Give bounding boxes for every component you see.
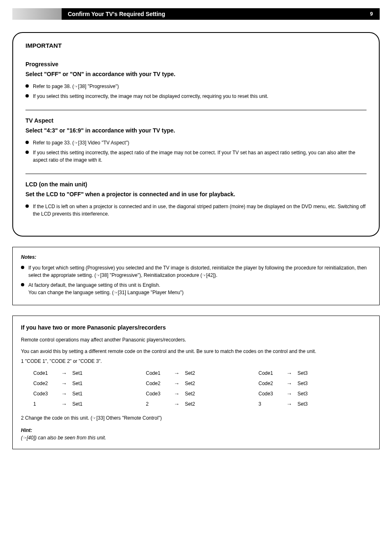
code-label: Code3 [146, 390, 171, 397]
code-value: Set3 [297, 380, 308, 387]
header-title: Confirm Your TV's Required Setting [62, 8, 363, 20]
list-item: Refer to page 38. ([38] "Progressive") [25, 83, 367, 90]
progressive-bullets: Refer to page 38. ([38] "Progressive") I… [25, 83, 367, 100]
bullet-icon [25, 204, 29, 208]
code-value: Set2 [185, 380, 195, 387]
code-row: Code3 → Set1 [33, 390, 146, 398]
code-row: 2 → Set2 [146, 400, 258, 409]
arrow-icon: → [286, 400, 292, 409]
arrow-icon: → [61, 390, 67, 398]
remote-codes-header: 1 "CODE 1", "CODE 2" or "CODE 3". [21, 358, 371, 365]
code-row: Code3 → Set3 [258, 390, 371, 398]
bullet-icon [21, 283, 24, 286]
code-columns: Code1 → Set1 Code2 → Set1 Code3 → Set1 1… [21, 369, 371, 410]
progressive-action: Select "OFF" or "ON" in accordance with … [25, 70, 367, 79]
pointer-icon [23, 434, 27, 441]
important-box: IMPORTANT Progressive Select "OFF" or "O… [12, 32, 380, 237]
remote-text: You can avoid this by setting a differen… [21, 348, 371, 355]
code-label: Code1 [258, 369, 283, 377]
arrow-icon: → [286, 379, 292, 388]
code-label: 1 [33, 400, 58, 408]
arrow-icon: → [174, 390, 180, 398]
code-row: 1 → Set1 [33, 400, 146, 409]
code-column-3: Code1 → Set3 Code2 → Set3 Code3 → Set3 3… [258, 369, 371, 410]
code-label: Code3 [33, 390, 58, 397]
arrow-icon: → [174, 379, 180, 388]
code-value: Set3 [297, 390, 308, 397]
code-value: Set2 [185, 369, 195, 377]
arrow-icon: → [286, 369, 292, 378]
code-row: Code1 → Set3 [258, 369, 371, 378]
code-column-2: Code1 → Set2 Code2 → Set2 Code3 → Set2 2… [146, 369, 258, 410]
header-gradient [12, 8, 62, 20]
code-value: Set1 [72, 400, 83, 408]
notes-bullets: If you forget which setting (Progressive… [21, 264, 371, 296]
page-header: Confirm Your TV's Required Setting 9 [12, 8, 380, 20]
list-item: If you select this setting incorrectly, … [25, 149, 367, 164]
bullet-text: Refer to page 38. ([38] "Progressive") [33, 83, 367, 90]
bullet-icon [25, 141, 29, 144]
arrow-icon: → [174, 400, 180, 409]
bullet-icon [25, 94, 29, 98]
arrow-icon: → [61, 379, 67, 388]
arrow-icon: → [61, 369, 67, 378]
code-row: Code1 → Set2 [146, 369, 258, 378]
list-item: If you forget which setting (Progressive… [21, 264, 371, 279]
code-label: Code2 [33, 380, 58, 387]
code-label: 3 [258, 400, 283, 408]
code-label: Code2 [258, 380, 283, 387]
pointer-icon [202, 272, 206, 279]
code-label: Code1 [33, 369, 58, 377]
bullet-text: If the LCD is left on when a projector i… [33, 203, 367, 218]
list-item: If the LCD is left on when a projector i… [25, 203, 367, 218]
remote-box: If you have two or more Panasonic player… [12, 316, 380, 449]
aspect-section: TV Aspect Select "4:3" or "16:9" in acco… [25, 110, 367, 174]
notes-box: Notes: If you forget which setting (Prog… [12, 247, 380, 305]
code-value: Set1 [72, 380, 83, 387]
bullet-text: If you forget which setting (Progressive… [28, 264, 371, 279]
remote-title: If you have two or more Panasonic player… [21, 323, 371, 332]
code-label: Code2 [146, 380, 171, 387]
bullet-icon [25, 84, 29, 88]
remote-step2: 2 Change the code on this unit. ([33] Ot… [21, 414, 371, 422]
lcd-action: Set the LCD to "OFF" when a projector is… [25, 190, 367, 199]
code-row: Code3 → Set2 [146, 390, 258, 398]
lcd-bullets: If the LCD is left on when a projector i… [25, 203, 367, 218]
code-value: Set1 [72, 369, 83, 377]
important-title: IMPORTANT [25, 41, 367, 51]
lcd-section: LCD (on the main unit) Set the LCD to "O… [25, 174, 367, 228]
list-item: At factory default, the language setting… [21, 281, 371, 296]
aspect-bullets: Refer to page 33. ([33] Video "TV Aspect… [25, 139, 367, 164]
code-column-1: Code1 → Set1 Code2 → Set1 Code3 → Set1 1… [33, 369, 146, 410]
code-row: Code2 → Set2 [146, 379, 258, 388]
progressive-section: Progressive Select "OFF" or "ON" in acco… [25, 57, 367, 110]
pointer-icon [114, 289, 118, 296]
arrow-icon: → [61, 400, 67, 409]
pointer-icon [74, 139, 78, 146]
bullet-text: Refer to page 33. ([33] Video "TV Aspect… [33, 139, 367, 146]
aspect-action: Select "4:3" or "16:9" in accordance wit… [25, 126, 367, 135]
bullet-text: At factory default, the language setting… [28, 281, 371, 296]
code-label: Code3 [258, 390, 283, 397]
code-value: Set3 [297, 369, 308, 377]
code-label: 2 [146, 400, 171, 408]
pointer-icon [92, 415, 96, 422]
code-value: Set3 [297, 400, 308, 408]
bullet-text: If you select this setting incorrectly, … [33, 93, 367, 100]
pointer-icon [96, 272, 100, 279]
arrow-icon: → [174, 369, 180, 378]
arrow-icon: → [286, 390, 292, 398]
bullet-icon [21, 266, 24, 269]
code-row: Code1 → Set1 [33, 369, 146, 378]
notes-label: Notes: [21, 253, 371, 261]
code-label: Code1 [146, 369, 171, 377]
code-row: Code2 → Set3 [258, 379, 371, 388]
code-value: Set1 [72, 390, 83, 397]
code-value: Set2 [185, 390, 195, 397]
remote-subtitle: Remote control operations may affect ano… [21, 336, 371, 344]
code-row: 3 → Set3 [258, 400, 371, 409]
progressive-label: Progressive [25, 60, 367, 69]
bullet-icon [25, 151, 29, 154]
code-value: Set2 [185, 400, 195, 408]
pointer-icon [74, 83, 78, 90]
